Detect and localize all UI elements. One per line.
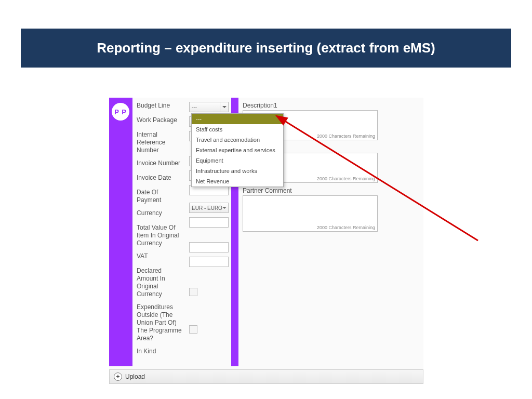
label-invoice-number: Invoice Number	[137, 159, 184, 169]
sidebar-accent: P P	[109, 98, 132, 366]
dropdown-option[interactable]: Staff costs	[192, 124, 283, 135]
vat-input[interactable]	[189, 242, 229, 252]
budget-line-select[interactable]: ---	[189, 102, 229, 112]
label-invoice-date: Invoice Date	[137, 174, 184, 183]
dropdown-option[interactable]: Net Revenue	[192, 176, 283, 187]
label-currency: Currency	[137, 209, 184, 219]
description2-remaining: 2000 Characters Remaining	[317, 176, 375, 181]
budget-line-value: ---	[192, 104, 197, 110]
budget-line-dropdown[interactable]: --- Staff costs Travel and accomodation …	[191, 113, 284, 187]
currency-select[interactable]: EUR - EURO	[189, 203, 229, 213]
label-vat: VAT	[137, 252, 184, 262]
label-outside: Expenditures Outside (The Union Part Of)…	[137, 303, 184, 342]
description1-remaining: 2000 Characters Remaining	[317, 134, 375, 139]
label-date-payment: Date Of Payment	[137, 189, 184, 204]
outside-checkbox[interactable]	[189, 288, 197, 296]
total-value-input[interactable]	[189, 217, 229, 228]
partner-comment-textarea[interactable]: 2000 Characters Remaining	[243, 195, 378, 232]
label-budget-line: Budget Line	[137, 102, 184, 111]
partner-badge: P P	[112, 103, 129, 121]
dropdown-option[interactable]: External expertise and services	[192, 145, 283, 155]
dropdown-option[interactable]: Infrastructure and works	[192, 166, 283, 176]
label-internal-ref: Internal Reference Number	[137, 131, 184, 154]
label-declared: Declared Amount In Original Currency	[137, 267, 184, 298]
label-in-kind: In Kind	[137, 348, 184, 357]
chevron-down-icon	[220, 203, 228, 212]
currency-value: EUR - EURO	[192, 205, 222, 211]
upload-bar[interactable]: + Upload	[109, 369, 423, 384]
label-work-package: Work Package	[137, 116, 184, 126]
declared-amount-input[interactable]	[189, 257, 229, 267]
dropdown-option[interactable]: ---	[192, 114, 283, 124]
dropdown-option[interactable]: Travel and accomodation	[192, 135, 283, 145]
description1-label: Description1	[243, 102, 419, 109]
field-labels-column: Budget Line Work Package Internal Refere…	[132, 98, 187, 366]
page-title: Reporting – expenditure inserting (extra…	[21, 29, 511, 68]
in-kind-checkbox[interactable]	[189, 325, 197, 334]
expenditure-form: P P Budget Line Work Package Internal Re…	[109, 98, 423, 384]
label-total-value: Total Value Of Item In Original Currency	[137, 224, 184, 247]
partner-comment-label: Partner Comment	[243, 187, 419, 194]
dropdown-option[interactable]: Equipment	[192, 155, 283, 166]
plus-icon: +	[114, 373, 122, 381]
upload-label: Upload	[125, 373, 145, 380]
partner-comment-remaining: 2000 Characters Remaining	[317, 225, 375, 230]
partner-comment-group: Partner Comment 2000 Characters Remainin…	[243, 187, 419, 232]
chevron-down-icon	[220, 102, 228, 112]
